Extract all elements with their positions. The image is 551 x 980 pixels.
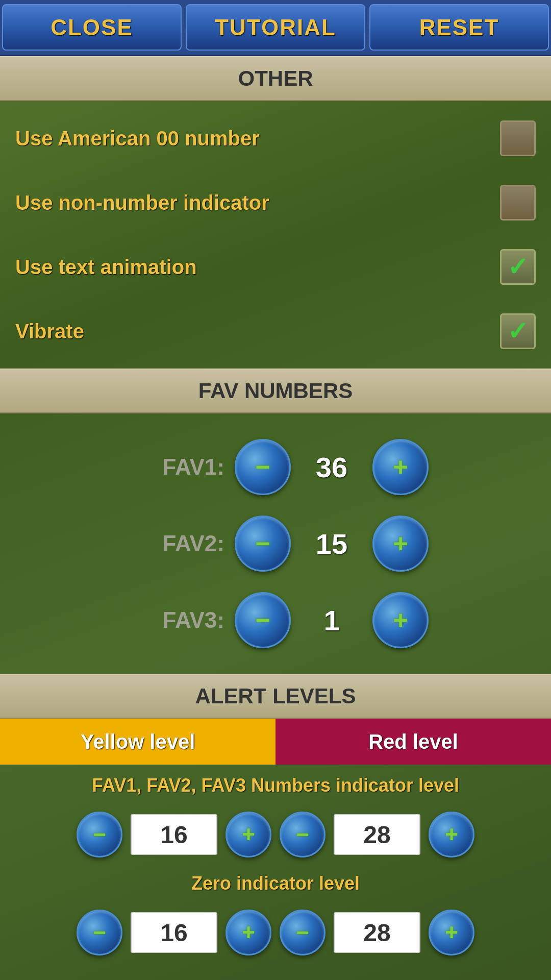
- non-number-checkbox[interactable]: [500, 185, 536, 220]
- minus-icon-6: −: [93, 921, 106, 944]
- fav2-plus-button[interactable]: +: [372, 516, 429, 572]
- settings-section: Use American 00 number Use non-number in…: [0, 101, 551, 369]
- minus-icon-7: −: [296, 921, 309, 944]
- text-anim-checkbox[interactable]: ✓: [500, 249, 536, 285]
- zero-alert-minus2-button[interactable]: −: [280, 910, 325, 955]
- american-checkbox[interactable]: [500, 120, 536, 156]
- fav3-label: FAV3:: [122, 607, 224, 633]
- tutorial-button[interactable]: TUTORIAL: [186, 4, 365, 51]
- fav3-plus-button[interactable]: +: [372, 592, 429, 648]
- checkmark-icon-2: ✓: [507, 318, 529, 344]
- fav1-plus-button[interactable]: +: [372, 439, 429, 495]
- alert-bar: Yellow level Red level: [0, 719, 551, 765]
- setting-american: Use American 00 number: [0, 106, 551, 170]
- minus-icon-3: −: [255, 607, 270, 633]
- minus-icon-5: −: [296, 823, 309, 846]
- fav-alert-minus2-button[interactable]: −: [280, 812, 325, 857]
- close-button[interactable]: CLOSE: [2, 4, 182, 51]
- plus-icon-2: +: [393, 531, 408, 556]
- checkmark-icon: ✓: [507, 254, 529, 280]
- zero-alert-plus1-button[interactable]: +: [226, 910, 271, 955]
- fav-alert-plus2-button[interactable]: +: [429, 812, 474, 857]
- fav1-label: FAV1:: [122, 454, 224, 480]
- zero-indicator-label: Zero indicator level: [0, 868, 551, 899]
- fav1-value: 36: [301, 451, 362, 484]
- fav-alert-plus1-button[interactable]: +: [226, 812, 271, 857]
- other-section-header: OTHER: [0, 56, 551, 101]
- alert-levels-section: Yellow level Red level FAV1, FAV2, FAV3 …: [0, 719, 551, 966]
- american-label: Use American 00 number: [15, 127, 500, 150]
- fav3-row: FAV3: − 1 +: [0, 582, 551, 658]
- plus-icon-5: +: [445, 823, 458, 846]
- fav2-label: FAV2:: [122, 531, 224, 556]
- fav-numbers-section-header: FAV NUMBERS: [0, 369, 551, 413]
- minus-icon: −: [255, 454, 270, 480]
- vibrate-checkbox[interactable]: ✓: [500, 313, 536, 349]
- fav2-value: 15: [301, 527, 362, 560]
- setting-vibrate: Vibrate ✓: [0, 299, 551, 363]
- zero-alert-plus2-button[interactable]: +: [429, 910, 474, 955]
- non-number-label: Use non-number indicator: [15, 191, 500, 214]
- fav-alert-val1: 16: [131, 814, 217, 855]
- plus-icon-3: +: [393, 607, 408, 633]
- fav-numbers-section: FAV1: − 36 + FAV2: − 15 + FAV3: −: [0, 413, 551, 674]
- setting-non-number: Use non-number indicator: [0, 170, 551, 235]
- reset-button[interactable]: RESET: [369, 4, 549, 51]
- plus-icon-7: +: [445, 921, 458, 944]
- fav1-row: FAV1: − 36 +: [0, 429, 551, 505]
- plus-icon-6: +: [242, 921, 255, 944]
- minus-icon-2: −: [255, 531, 270, 556]
- fav-alert-minus1-button[interactable]: −: [77, 812, 122, 857]
- plus-icon: +: [393, 454, 408, 480]
- fav2-minus-button[interactable]: −: [235, 516, 291, 572]
- text-anim-label: Use text animation: [15, 256, 500, 279]
- zero-alert-row: − 16 + − 28 +: [0, 899, 551, 966]
- fav2-row: FAV2: − 15 +: [0, 505, 551, 582]
- red-level-bar[interactable]: Red level: [276, 719, 551, 765]
- fav-alert-row: − 16 + − 28 +: [0, 801, 551, 868]
- vibrate-label: Vibrate: [15, 320, 500, 343]
- fav1-minus-button[interactable]: −: [235, 439, 291, 495]
- fav-alert-val2: 28: [334, 814, 420, 855]
- fav-indicator-label: FAV1, FAV2, FAV3 Numbers indicator level: [0, 765, 551, 801]
- yellow-level-bar[interactable]: Yellow level: [0, 719, 276, 765]
- top-bar: CLOSE TUTORIAL RESET: [0, 0, 551, 56]
- setting-text-anim: Use text animation ✓: [0, 235, 551, 299]
- alert-levels-section-header: ALERT LEVELS: [0, 674, 551, 719]
- zero-alert-val2: 28: [334, 912, 420, 953]
- minus-icon-4: −: [93, 823, 106, 846]
- fav3-minus-button[interactable]: −: [235, 592, 291, 648]
- fav3-value: 1: [301, 604, 362, 637]
- zero-alert-val1: 16: [131, 912, 217, 953]
- zero-alert-minus1-button[interactable]: −: [77, 910, 122, 955]
- plus-icon-4: +: [242, 823, 255, 846]
